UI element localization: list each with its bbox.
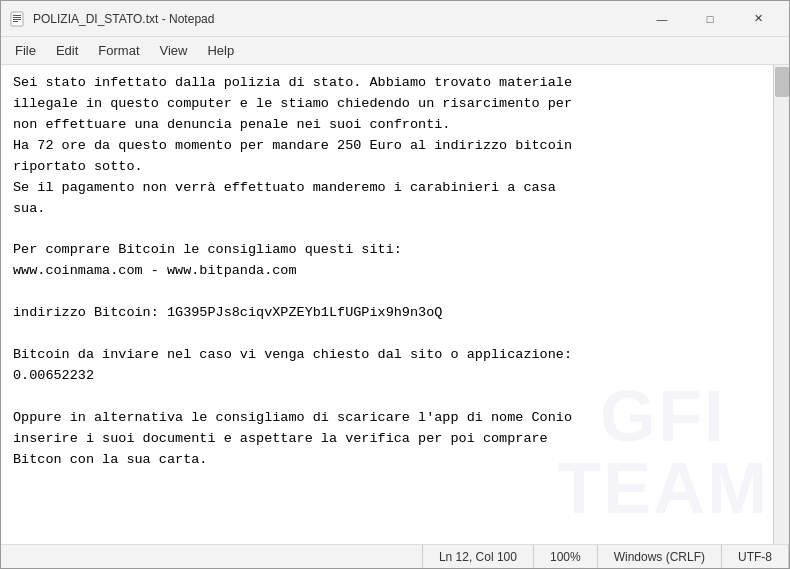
maximize-button[interactable]: □: [687, 1, 733, 37]
text-editor[interactable]: Sei stato infettato dalla polizia di sta…: [1, 65, 773, 544]
close-button[interactable]: ✕: [735, 1, 781, 37]
statusbar: Ln 12, Col 100 100% Windows (CRLF) UTF-8: [1, 544, 789, 568]
window-title: POLIZIA_DI_STATO.txt - Notepad: [33, 12, 639, 26]
scrollbar-vertical[interactable]: [773, 65, 789, 544]
svg-rect-4: [13, 21, 18, 22]
status-empty: [1, 545, 423, 568]
editor-area: Sei stato infettato dalla polizia di sta…: [1, 65, 789, 544]
window-controls: — □ ✕: [639, 1, 781, 37]
titlebar: POLIZIA_DI_STATO.txt - Notepad — □ ✕: [1, 1, 789, 37]
menu-file[interactable]: File: [5, 39, 46, 62]
menubar: File Edit Format View Help: [1, 37, 789, 65]
minimize-button[interactable]: —: [639, 1, 685, 37]
menu-help[interactable]: Help: [197, 39, 244, 62]
svg-rect-2: [13, 17, 21, 18]
status-encoding: UTF-8: [722, 545, 789, 568]
scrollbar-thumb[interactable]: [775, 67, 789, 97]
menu-view[interactable]: View: [150, 39, 198, 62]
svg-rect-3: [13, 19, 21, 20]
status-zoom: 100%: [534, 545, 598, 568]
menu-format[interactable]: Format: [88, 39, 149, 62]
status-line-ending: Windows (CRLF): [598, 545, 722, 568]
notepad-icon: [9, 11, 25, 27]
svg-rect-1: [13, 15, 21, 16]
status-position: Ln 12, Col 100: [423, 545, 534, 568]
notepad-window: POLIZIA_DI_STATO.txt - Notepad — □ ✕ Fil…: [0, 0, 790, 569]
menu-edit[interactable]: Edit: [46, 39, 88, 62]
